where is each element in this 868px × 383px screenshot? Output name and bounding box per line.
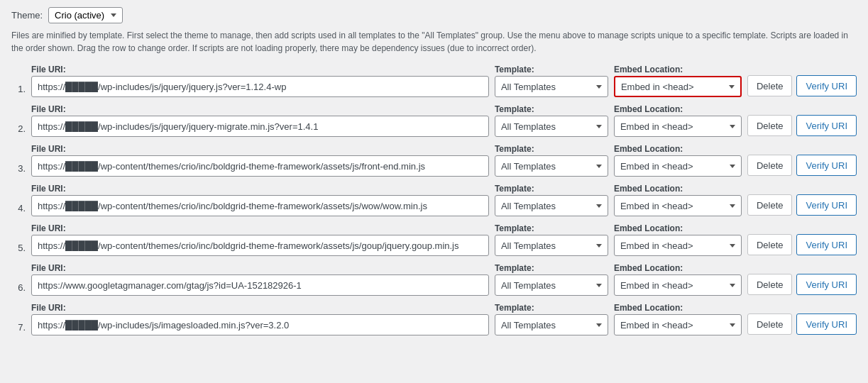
row-number: 1.	[11, 84, 26, 97]
embed-location-label: Embed Location:	[614, 223, 742, 233]
embed-location-label: Embed Location:	[614, 65, 742, 74]
row-number: 3.	[11, 163, 26, 177]
embed-location-col: Embed Location:Embed in <head>Embed in f…	[614, 65, 742, 97]
delete-button[interactable]: Delete	[747, 115, 793, 136]
file-uri-label: File URI:	[31, 223, 489, 233]
verify-uri-button[interactable]: Verify URI	[796, 313, 857, 335]
file-uri-label: File URI:	[31, 303, 489, 313]
template-select[interactable]: All TemplatesHomeBlogSingle PostPageArch…	[495, 116, 608, 137]
row-number: 2.	[11, 123, 26, 137]
template-select[interactable]: All TemplatesHomeBlogSingle PostPageArch…	[495, 235, 608, 256]
verify-uri-button[interactable]: Verify URI	[796, 274, 857, 295]
embed-location-select[interactable]: Embed in <head>Embed in footer	[614, 76, 742, 97]
template-label: Template:	[495, 303, 608, 313]
template-col: Template:All TemplatesHomeBlogSingle Pos…	[495, 65, 608, 97]
file-uri-col: File URI:	[31, 263, 489, 296]
actions-col: DeleteVerify URI	[747, 274, 857, 296]
actions-col: DeleteVerify URI	[747, 234, 857, 256]
delete-button[interactable]: Delete	[747, 155, 793, 176]
file-uri-label: File URI:	[31, 184, 489, 194]
embed-location-select[interactable]: Embed in <head>Embed in footer	[614, 235, 742, 256]
delete-button[interactable]: Delete	[747, 313, 793, 335]
verify-uri-button[interactable]: Verify URI	[796, 194, 857, 216]
table-row: 3.File URI:Template:All TemplatesHomeBlo…	[11, 144, 857, 177]
delete-button[interactable]: Delete	[747, 194, 793, 216]
file-uri-label: File URI:	[31, 144, 489, 154]
template-col: Template:All TemplatesHomeBlogSingle Pos…	[495, 303, 608, 335]
verify-uri-button[interactable]: Verify URI	[796, 234, 857, 255]
file-uri-input[interactable]	[31, 155, 489, 177]
actions-col: DeleteVerify URI	[747, 75, 857, 97]
embed-location-col: Embed Location:Embed in <head>Embed in f…	[614, 303, 742, 335]
file-uri-col: File URI:	[31, 65, 489, 97]
actions-col: DeleteVerify URI	[747, 155, 857, 177]
file-uri-col: File URI:	[31, 184, 489, 216]
embed-location-select[interactable]: Embed in <head>Embed in footer	[614, 155, 742, 177]
theme-select[interactable]: Crio (active) Default	[48, 7, 123, 23]
embed-location-label: Embed Location:	[614, 184, 742, 194]
embed-location-label: Embed Location:	[614, 303, 742, 313]
actions-col: DeleteVerify URI	[747, 194, 857, 216]
embed-location-select[interactable]: Embed in <head>Embed in footer	[614, 195, 742, 216]
template-select[interactable]: All TemplatesHomeBlogSingle PostPageArch…	[495, 155, 608, 177]
template-label: Template:	[495, 263, 608, 273]
verify-uri-button[interactable]: Verify URI	[796, 75, 857, 96]
file-uri-col: File URI:	[31, 144, 489, 177]
file-uri-input[interactable]	[31, 195, 489, 216]
template-select[interactable]: All TemplatesHomeBlogSingle PostPageArch…	[495, 76, 608, 97]
file-table: 1.File URI:Template:All TemplatesHomeBlo…	[11, 65, 857, 335]
embed-location-col: Embed Location:Embed in <head>Embed in f…	[614, 223, 742, 256]
embed-location-col: Embed Location:Embed in <head>Embed in f…	[614, 184, 742, 216]
row-number: 6.	[11, 282, 26, 296]
template-label: Template:	[495, 65, 608, 74]
delete-button[interactable]: Delete	[747, 234, 793, 255]
file-uri-col: File URI:	[31, 303, 489, 335]
file-uri-label: File URI:	[31, 65, 489, 74]
file-uri-label: File URI:	[31, 263, 489, 273]
table-row: 4.File URI:Template:All TemplatesHomeBlo…	[11, 184, 857, 216]
verify-uri-button[interactable]: Verify URI	[796, 155, 857, 176]
file-uri-input[interactable]	[31, 274, 489, 296]
file-uri-label: File URI:	[31, 104, 489, 114]
actions-col: DeleteVerify URI	[747, 115, 857, 137]
embed-location-col: Embed Location:Embed in <head>Embed in f…	[614, 144, 742, 177]
embed-location-select[interactable]: Embed in <head>Embed in footer	[614, 274, 742, 296]
file-uri-input[interactable]	[31, 116, 489, 137]
embed-location-label: Embed Location:	[614, 144, 742, 154]
actions-col: DeleteVerify URI	[747, 313, 857, 335]
table-row: 2.File URI:Template:All TemplatesHomeBlo…	[11, 104, 857, 137]
file-uri-col: File URI:	[31, 104, 489, 137]
template-label: Template:	[495, 223, 608, 233]
embed-location-select[interactable]: Embed in <head>Embed in footer	[614, 314, 742, 335]
embed-location-select[interactable]: Embed in <head>Embed in footer	[614, 116, 742, 137]
embed-location-col: Embed Location:Embed in <head>Embed in f…	[614, 263, 742, 296]
theme-label: Theme:	[11, 10, 43, 21]
table-row: 5.File URI:Template:All TemplatesHomeBlo…	[11, 223, 857, 256]
template-select[interactable]: All TemplatesHomeBlogSingle PostPageArch…	[495, 274, 608, 296]
embed-location-label: Embed Location:	[614, 104, 742, 114]
template-select[interactable]: All TemplatesHomeBlogSingle PostPageArch…	[495, 314, 608, 335]
template-select[interactable]: All TemplatesHomeBlogSingle PostPageArch…	[495, 195, 608, 216]
template-col: Template:All TemplatesHomeBlogSingle Pos…	[495, 223, 608, 256]
table-row: 6.File URI:Template:All TemplatesHomeBlo…	[11, 263, 857, 296]
verify-uri-button[interactable]: Verify URI	[796, 115, 857, 136]
template-col: Template:All TemplatesHomeBlogSingle Pos…	[495, 144, 608, 177]
template-label: Template:	[495, 144, 608, 154]
file-uri-col: File URI:	[31, 223, 489, 256]
template-col: Template:All TemplatesHomeBlogSingle Pos…	[495, 104, 608, 137]
row-number: 7.	[11, 322, 26, 335]
delete-button[interactable]: Delete	[747, 75, 793, 96]
table-row: 1.File URI:Template:All TemplatesHomeBlo…	[11, 65, 857, 97]
row-number: 5.	[11, 243, 26, 256]
file-uri-input[interactable]	[31, 235, 489, 256]
row-number: 4.	[11, 203, 26, 216]
embed-location-col: Embed Location:Embed in <head>Embed in f…	[614, 104, 742, 137]
template-label: Template:	[495, 104, 608, 114]
embed-location-label: Embed Location:	[614, 263, 742, 273]
template-col: Template:All TemplatesHomeBlogSingle Pos…	[495, 184, 608, 216]
file-uri-input[interactable]	[31, 76, 489, 97]
description-text: Files are minified by template. First se…	[11, 29, 849, 55]
delete-button[interactable]: Delete	[747, 274, 793, 295]
template-label: Template:	[495, 184, 608, 194]
file-uri-input[interactable]	[31, 314, 489, 335]
